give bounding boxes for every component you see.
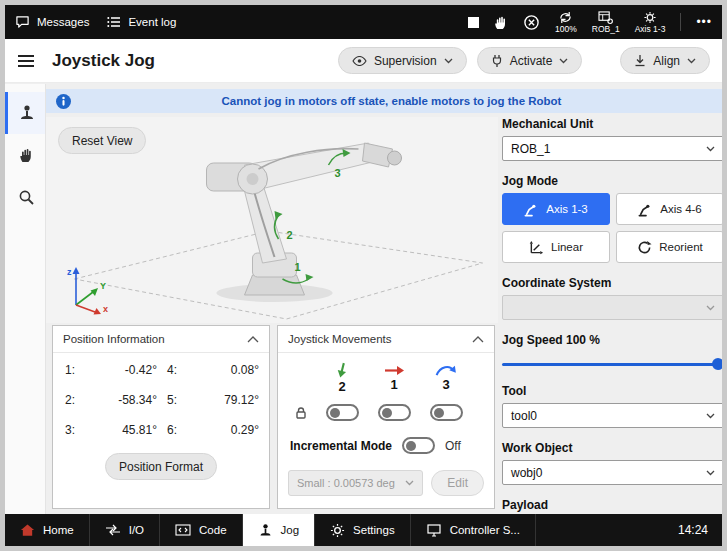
eventlog-button[interactable]: Event log bbox=[107, 16, 176, 28]
jog-speed-slider[interactable] bbox=[502, 357, 724, 371]
messages-icon bbox=[15, 15, 30, 29]
jog-speed-label: Jog Speed 100 % bbox=[502, 333, 724, 347]
stop-icon bbox=[468, 17, 479, 28]
jog-mode-linear-button[interactable]: Linear bbox=[502, 231, 610, 263]
jog-mode-axis-1-3-button[interactable]: Axis 1-3 bbox=[502, 193, 610, 225]
axis-value: 0.08° bbox=[195, 363, 259, 377]
axis-lock-toggle-1[interactable] bbox=[378, 404, 411, 421]
incremental-mode-toggle[interactable] bbox=[402, 437, 435, 454]
work-object-dropdown[interactable]: wobj0 bbox=[502, 460, 724, 485]
jog-mode-label: Axis 1-3 bbox=[546, 203, 588, 215]
work-object-value: wobj0 bbox=[511, 466, 542, 480]
mechanical-unit-dropdown[interactable]: ROB_1 bbox=[502, 136, 724, 161]
speed-indicator[interactable]: 100% bbox=[555, 11, 577, 34]
x-axis-label: x bbox=[103, 304, 108, 314]
left-sidebar bbox=[5, 84, 46, 514]
program-stopped-button[interactable] bbox=[468, 17, 479, 28]
jog-mode-indicator[interactable]: Axis 1-3 bbox=[635, 11, 666, 34]
position-format-button[interactable]: Position Format bbox=[105, 453, 217, 480]
align-button[interactable]: Align bbox=[620, 47, 710, 74]
clock: 14:24 bbox=[678, 514, 722, 546]
axis-lock-toggle-3[interactable] bbox=[430, 404, 463, 421]
tab-home[interactable]: Home bbox=[5, 514, 90, 546]
linear-jog-icon bbox=[529, 240, 544, 255]
mechanical-unit-label: ROB_1 bbox=[592, 25, 620, 34]
incremental-mode-row: Incremental Mode Off bbox=[278, 437, 494, 454]
collapse-joystick-panel-button[interactable] bbox=[472, 336, 484, 343]
joint-label-1: 1 bbox=[295, 261, 301, 273]
position-panel-title: Position Information bbox=[63, 333, 165, 345]
slider-track bbox=[502, 363, 724, 366]
axis-jog-icon bbox=[638, 202, 653, 217]
tool-dropdown[interactable]: tool0 bbox=[502, 403, 724, 428]
tab-label: Home bbox=[43, 524, 74, 536]
y-axis-label: Y bbox=[100, 281, 106, 291]
tab-controller-settings[interactable]: Controller S... bbox=[411, 514, 536, 546]
axis-number: 3: bbox=[65, 423, 83, 437]
chevron-down-icon bbox=[559, 58, 568, 64]
supervision-eye-icon bbox=[352, 56, 367, 66]
reorient-jog-icon bbox=[637, 240, 652, 255]
motors-off-button[interactable] bbox=[523, 14, 540, 31]
position-information-panel: Position Information 1: -0.42° 4: 0.08° … bbox=[52, 325, 270, 509]
incremental-mode-state: Off bbox=[445, 439, 461, 453]
manual-mode-button[interactable] bbox=[494, 15, 508, 30]
supervision-label: Supervision bbox=[374, 54, 437, 68]
joystick-movements-panel: Joystick Movements 2 1 3 bbox=[277, 325, 495, 509]
tab-code[interactable]: Code bbox=[160, 514, 243, 546]
jog-mode-section-label: Jog Mode bbox=[502, 174, 724, 188]
mechanical-unit-icon bbox=[598, 11, 613, 24]
menu-button[interactable] bbox=[5, 39, 46, 82]
messages-label: Messages bbox=[37, 16, 89, 28]
magnifier-icon bbox=[18, 189, 35, 206]
controller-icon bbox=[426, 524, 442, 537]
axis-number: 4: bbox=[167, 363, 185, 377]
edit-label: Edit bbox=[447, 476, 468, 490]
activate-label: Activate bbox=[510, 54, 553, 68]
supervision-button[interactable]: Supervision bbox=[338, 47, 467, 74]
sidebar-item-inspect[interactable] bbox=[5, 176, 45, 218]
reset-view-button[interactable]: Reset View bbox=[58, 127, 146, 154]
increment-size-row: Small : 0.00573 deg Edit bbox=[278, 470, 494, 496]
sidebar-item-jog[interactable] bbox=[5, 92, 45, 134]
jog-mode-reorient-button[interactable]: Reorient bbox=[616, 231, 724, 263]
collapse-position-panel-button[interactable] bbox=[247, 336, 259, 343]
slider-handle[interactable] bbox=[712, 358, 724, 370]
chevron-down-icon bbox=[706, 413, 715, 419]
tab-settings[interactable]: Settings bbox=[315, 514, 411, 546]
header-actions: Supervision Activate Align bbox=[338, 47, 710, 74]
axis-number: 1: bbox=[65, 363, 83, 377]
hand-icon bbox=[19, 147, 34, 163]
axis-number: 2: bbox=[65, 393, 83, 407]
payload-label: Payload bbox=[502, 498, 724, 512]
activate-plug-icon bbox=[491, 54, 503, 67]
position-panel-header: Position Information bbox=[53, 326, 269, 353]
sidebar-item-hand-jog[interactable] bbox=[5, 134, 45, 176]
jog-mode-axis-4-6-button[interactable]: Axis 4-6 bbox=[616, 193, 724, 225]
tab-label: Code bbox=[199, 524, 227, 536]
z-axis-label: z bbox=[67, 267, 72, 277]
axis-lock-toggle-2[interactable] bbox=[326, 404, 359, 421]
more-button[interactable]: ••• bbox=[696, 15, 712, 29]
messages-button[interactable]: Messages bbox=[15, 15, 89, 29]
lock-icon bbox=[294, 406, 308, 420]
activate-button[interactable]: Activate bbox=[477, 47, 583, 74]
robot-tool-flange bbox=[388, 151, 402, 165]
axis-number: 5: bbox=[167, 393, 185, 407]
robot-3d-viewport[interactable]: Reset View 1 2 3 bbox=[46, 117, 498, 323]
axis-value: -0.42° bbox=[93, 363, 157, 377]
mechanical-unit-indicator[interactable]: ROB_1 bbox=[592, 11, 620, 34]
home-icon bbox=[20, 523, 35, 537]
taskbar: Home I/O Code Jog Settings Controller S.… bbox=[5, 514, 722, 546]
jog-mode-label: Linear bbox=[551, 241, 583, 253]
tab-jog[interactable]: Jog bbox=[243, 514, 316, 546]
coordinate-system-dropdown[interactable] bbox=[502, 295, 724, 320]
position-row: 1: -0.42° 4: 0.08° bbox=[65, 363, 257, 377]
jog-mode-gear-icon bbox=[643, 11, 657, 24]
joint-label-2: 2 bbox=[287, 229, 293, 241]
jog-joystick-icon bbox=[258, 523, 273, 538]
io-arrows-icon bbox=[105, 524, 121, 536]
tab-io[interactable]: I/O bbox=[90, 514, 160, 546]
edit-increment-button[interactable]: Edit bbox=[431, 470, 484, 496]
increment-size-dropdown[interactable]: Small : 0.00573 deg bbox=[288, 470, 423, 496]
